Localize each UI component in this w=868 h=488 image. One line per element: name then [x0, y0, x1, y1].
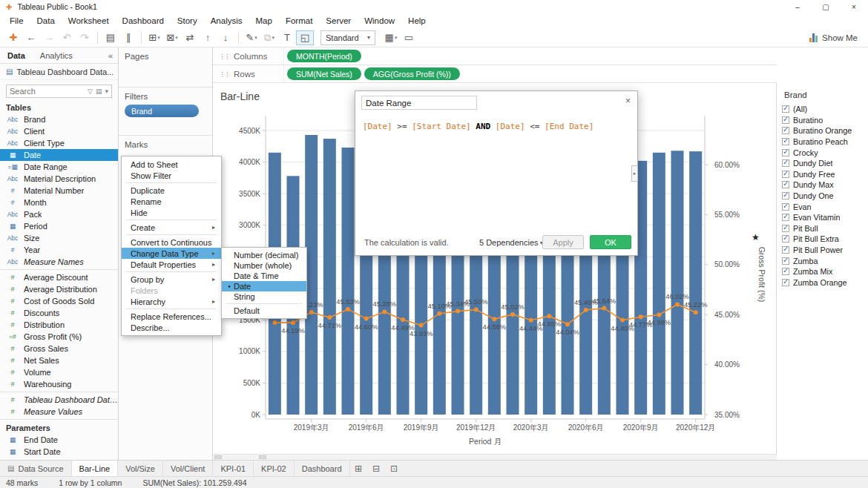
line-point-mark[interactable]	[327, 315, 332, 320]
collapse-pane-icon[interactable]: «	[108, 51, 118, 60]
context-menu-item-hierarchy[interactable]: Hierarchy▸	[122, 296, 221, 307]
fit-dropdown[interactable]: Standard ▾	[320, 30, 375, 45]
new-worksheet-tab-icon[interactable]: ⊞	[350, 461, 368, 476]
line-point-mark[interactable]	[382, 309, 387, 314]
field-tableau-dashboard-data[interactable]: #Tableau Dashboard Data ...	[0, 394, 118, 406]
context-menu-item-describe[interactable]: Describe...	[122, 322, 221, 333]
expand-panel-arrow[interactable]: ▸	[631, 165, 638, 182]
context-menu-item-duplicate[interactable]: Duplicate	[122, 185, 221, 196]
fix-axes-icon[interactable]: ◱	[296, 30, 314, 45]
context-menu-item-add-to-sheet[interactable]: Add to Sheet	[122, 159, 221, 170]
line-point-mark[interactable]	[657, 312, 661, 317]
sheet-tab-dashboard[interactable]: Dashboard	[295, 461, 350, 476]
line-point-mark[interactable]	[309, 310, 314, 314]
pill-month-period[interactable]: MONTH(Period)	[287, 50, 361, 62]
menu-worksheet[interactable]: Worksheet	[62, 13, 116, 28]
presentation-mode-icon[interactable]: ▭	[400, 30, 418, 45]
brand-filter-item-buratino-orange[interactable]: Buratino Orange	[782, 125, 867, 136]
bar-mark[interactable]	[323, 139, 336, 415]
menu-window[interactable]: Window	[358, 13, 401, 28]
sheet-tab-vol-client[interactable]: Vol/Client	[163, 461, 213, 476]
checkbox-checked-icon[interactable]	[782, 105, 789, 113]
checkbox-checked-icon[interactable]	[782, 149, 789, 156]
line-point-mark[interactable]	[510, 312, 515, 317]
checkbox-checked-icon[interactable]	[782, 127, 789, 134]
field-material-description[interactable]: AbcMaterial Description	[0, 173, 118, 185]
columns-shelf[interactable]: ⋮⋮ Columns MONTH(Period)	[213, 47, 777, 65]
checkbox-checked-icon[interactable]	[782, 192, 789, 200]
chevron-down-icon[interactable]: ▾	[105, 88, 108, 95]
brand-filter-item-crocky[interactable]: Crocky	[782, 147, 867, 158]
field-period[interactable]: ▦Period	[0, 220, 118, 232]
field-gross-sales[interactable]: #Gross Sales	[0, 343, 118, 355]
menu-format[interactable]: Format	[279, 13, 319, 28]
search-input[interactable]	[10, 87, 85, 96]
show-hide-cards-icon[interactable]: ▦▾	[382, 30, 400, 45]
brand-filter-item-zumba-orange[interactable]: Zumba Orange	[782, 277, 867, 288]
context-menu-item-default-properties[interactable]: Default Properties▸	[122, 259, 221, 270]
apply-button[interactable]: Apply	[542, 235, 584, 249]
line-point-mark[interactable]	[346, 307, 350, 311]
brand-filter-item-zumba[interactable]: Zumba	[782, 255, 867, 266]
filter-pill-brand[interactable]: Brand	[125, 105, 199, 117]
checkbox-checked-icon[interactable]	[782, 246, 789, 254]
line-point-mark[interactable]	[547, 314, 551, 318]
horizontal-scrollbar[interactable]	[213, 454, 777, 460]
checkbox-checked-icon[interactable]	[782, 268, 789, 275]
menu-help[interactable]: Help	[401, 13, 433, 28]
context-menu-item-change-data-type[interactable]: Change Data Type▸	[122, 248, 221, 259]
field-date[interactable]: ▦Date	[0, 149, 118, 161]
menu-data[interactable]: Data	[30, 13, 62, 28]
new-worksheet-icon[interactable]: ⊞▾	[145, 30, 163, 45]
brand-filter-item-evan[interactable]: Evan	[782, 201, 867, 212]
filter-icon[interactable]: ▽	[88, 88, 93, 95]
field-discounts[interactable]: #Discounts	[0, 307, 118, 319]
new-datasource-icon[interactable]: ▤	[102, 30, 119, 45]
brand-filter-item-dundy-one[interactable]: Dundy One	[782, 191, 867, 202]
pill-sum-net-sales[interactable]: SUM(Net Sales)	[287, 67, 361, 80]
brand-filter-item-pit-bull-power[interactable]: Pit Bull Power	[782, 245, 867, 256]
dependencies-dropdown[interactable]: 5 Dependencies ▾	[479, 238, 543, 247]
line-point-mark[interactable]	[474, 307, 479, 311]
sheet-tab-kpi-02[interactable]: KPI-02	[254, 461, 295, 476]
field-average-discount[interactable]: #Average Discount	[0, 271, 118, 283]
ok-button[interactable]: OK	[590, 235, 631, 249]
field-material-number[interactable]: #Material Number	[0, 185, 118, 197]
line-point-mark[interactable]	[456, 309, 460, 314]
view-options-icon[interactable]: ▤	[96, 88, 102, 95]
field-start-date[interactable]: ▦Start Date	[0, 446, 118, 458]
brand-filter-item-dundy-free[interactable]: Dundy Free	[782, 169, 867, 180]
field-average-distribution[interactable]: #Average Distribution	[0, 283, 118, 295]
sort-descending-icon[interactable]: ↓	[217, 30, 234, 45]
formula-editor[interactable]: [Date] >= [Start Date] AND [Date] <= [En…	[363, 121, 625, 132]
context-menu-item-replace-references[interactable]: Replace References...	[122, 311, 221, 322]
field-end-date[interactable]: ▦End Date	[0, 434, 118, 446]
checkbox-checked-icon[interactable]	[782, 225, 789, 232]
new-dashboard-tab-icon[interactable]: ⊟	[368, 461, 386, 476]
line-point-mark[interactable]	[584, 308, 588, 312]
checkbox-checked-icon[interactable]	[782, 138, 789, 145]
datasource-row[interactable]: ▤ Tableau Dashboard Data...	[0, 64, 118, 80]
checkbox-checked-icon[interactable]	[782, 235, 789, 243]
show-mark-labels-icon[interactable]: T	[278, 30, 296, 45]
brand-filter-item-dundy-max[interactable]: Dundy Max	[782, 179, 867, 191]
swap-axes-icon[interactable]: ⇄	[181, 30, 199, 45]
field-year[interactable]: #Year	[0, 244, 118, 256]
checkbox-checked-icon[interactable]	[782, 203, 789, 211]
line-point-mark[interactable]	[694, 310, 698, 314]
line-point-mark[interactable]	[602, 306, 606, 311]
brand-filter-item-zumba-mix[interactable]: Zumba Mix	[782, 266, 867, 277]
checkbox-checked-icon[interactable]	[782, 159, 789, 167]
submenu-item-number-decimal[interactable]: Number (decimal)	[222, 250, 306, 260]
line-point-mark[interactable]	[437, 311, 441, 316]
field-cost-of-goods-sold[interactable]: #Cost of Goods Sold	[0, 295, 118, 307]
menu-analysis[interactable]: Analysis	[204, 13, 249, 28]
field-volume[interactable]: #Volume	[0, 366, 118, 378]
checkbox-checked-icon[interactable]	[782, 214, 789, 221]
line-point-mark[interactable]	[364, 317, 369, 321]
line-point-mark[interactable]	[675, 302, 680, 306]
field-net-sales[interactable]: #Net Sales	[0, 355, 118, 366]
field-client[interactable]: AbcClient	[0, 125, 118, 137]
context-menu-item-create[interactable]: Create▸	[122, 222, 221, 233]
checkbox-checked-icon[interactable]	[782, 171, 789, 178]
